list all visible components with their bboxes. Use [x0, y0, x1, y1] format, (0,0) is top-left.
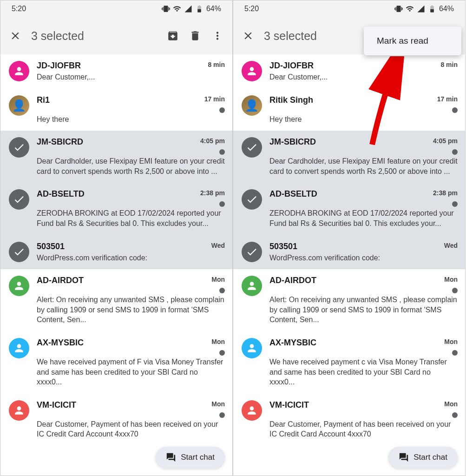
avatar — [9, 338, 29, 358]
conversation-item[interactable]: AD-AIRDOTMonAlert: On receiving any unwa… — [233, 269, 465, 331]
avatar — [9, 61, 29, 81]
conversation-item[interactable]: AD-BSELTD2:38 pmZERODHA BROKING at EOD 1… — [233, 183, 465, 235]
vibrate-icon — [162, 5, 170, 13]
conversation-preview: Dear Customer, Payment of has been recei… — [37, 419, 225, 439]
start-chat-button[interactable]: Start chat — [156, 447, 225, 468]
selected-check-icon — [242, 242, 262, 262]
archive-icon[interactable] — [166, 29, 179, 42]
unread-indicator — [452, 350, 458, 356]
status-time: 5:20 — [244, 5, 259, 13]
unread-indicator — [219, 288, 225, 293]
conversation-time: Mon — [444, 400, 458, 408]
conversation-sender: AX-MYSBIC — [37, 338, 84, 348]
selected-check-icon — [9, 189, 29, 210]
conversation-item[interactable]: VM-ICICITMonDear Customer, Payment of ha… — [0, 394, 232, 446]
conversation-item[interactable]: 503501WedWordPress.com verification code… — [0, 235, 232, 270]
avatar — [242, 95, 262, 116]
conversation-sender: JD-JIOFBR — [37, 61, 81, 71]
conversation-time: 4:05 pm — [200, 137, 225, 145]
conversation-preview: Hey there — [37, 114, 225, 125]
conversation-item[interactable]: JM-SBICRD4:05 pmDear Cardholder, use Fle… — [233, 131, 465, 183]
conversation-item[interactable]: Ri117 minHey there — [0, 89, 232, 131]
wifi-icon — [173, 5, 181, 13]
wifi-icon — [406, 5, 414, 13]
battery-icon — [428, 5, 436, 13]
menu-mark-as-read[interactable]: Mark as read — [377, 36, 448, 46]
screen-right: 5:20 64% 3 selected Mark as read JD-JIOF… — [233, 0, 466, 476]
selection-count: 3 selected — [31, 29, 157, 43]
unread-indicator — [452, 107, 458, 113]
start-chat-button[interactable]: Start chat — [388, 447, 458, 468]
signal-icon — [417, 5, 425, 13]
status-right: 64% — [394, 5, 454, 13]
conversation-sender: VM-ICICIT — [269, 400, 309, 410]
conversation-sender: AD-BSELTD — [269, 189, 317, 199]
conversation-item[interactable]: JD-JIOFBR8 minDear Customer,... — [233, 54, 465, 89]
conversation-item[interactable]: JM-SBICRD4:05 pmDear Cardholder, use Fle… — [0, 131, 232, 183]
unread-indicator — [219, 201, 225, 207]
conversation-item[interactable]: AD-BSELTD2:38 pmZERODHA BROKING at EOD 1… — [0, 183, 232, 235]
conversation-preview: WordPress.com verification code: — [37, 253, 225, 263]
status-bar: 5:20 64% — [233, 0, 465, 17]
conversation-time: 2:38 pm — [200, 189, 225, 197]
conversation-list[interactable]: JD-JIOFBR8 minDear Customer,...Ri117 min… — [0, 54, 232, 446]
conversation-preview: Alert: On receiving any unwanted SMS , p… — [269, 295, 458, 325]
conversation-preview: We have received payment of F via Visa M… — [37, 357, 225, 387]
overflow-icon[interactable] — [211, 29, 224, 42]
avatar — [9, 400, 29, 421]
conversation-item[interactable]: AX-MYSBICMonWe have received payment of … — [0, 331, 232, 394]
status-time: 5:20 — [12, 5, 26, 13]
conversation-time: Mon — [211, 400, 225, 408]
conversation-preview: ZERODHA BROKING at EOD 17/02/2024 report… — [37, 208, 225, 228]
annotation-arrow — [363, 56, 405, 149]
conversation-preview: Alert: On receiving any unwanted SMS , p… — [37, 295, 225, 325]
conversation-sender: AD-AIRDOT — [37, 276, 84, 285]
conversation-time: Mon — [211, 338, 225, 345]
conversation-item[interactable]: AD-AIRDOTMonAlert: On receiving any unwa… — [0, 269, 232, 331]
conversation-sender: AD-BSELTD — [37, 189, 85, 199]
conversation-preview: WordPress.com verification code: — [269, 253, 458, 263]
close-icon[interactable] — [9, 29, 22, 42]
conversation-item[interactable]: JD-JIOFBR8 minDear Customer,... — [0, 54, 232, 89]
unread-indicator — [219, 412, 225, 418]
conversation-time: 4:05 pm — [433, 137, 458, 145]
unread-indicator — [219, 107, 225, 113]
conversation-sender: JM-SBICRD — [269, 137, 316, 147]
vibrate-icon — [394, 5, 403, 13]
fab-label: Start chat — [413, 453, 447, 462]
conversation-time: Mon — [444, 338, 458, 345]
selected-check-icon — [9, 137, 29, 158]
conversation-item[interactable]: Ritik Singh17 minHey there — [233, 89, 465, 131]
unread-indicator — [219, 350, 225, 356]
fab-label: Start chat — [181, 453, 215, 462]
conversation-sender: JD-JIOFBR — [269, 61, 314, 71]
avatar — [9, 95, 29, 116]
screen-left: 5:20 64% 3 selected JD-JIOFBR8 minDear C… — [0, 0, 233, 476]
conversation-sender: AD-AIRDOT — [269, 276, 316, 285]
conversation-time: 17 min — [437, 95, 458, 103]
close-icon[interactable] — [242, 29, 255, 42]
selection-header: 3 selected — [0, 17, 232, 54]
unread-indicator — [452, 288, 458, 293]
avatar — [9, 276, 29, 296]
conversation-item[interactable]: VM-ICICITMonDear Customer, Payment of ha… — [233, 394, 465, 446]
delete-icon[interactable] — [189, 29, 202, 42]
avatar — [242, 338, 262, 358]
status-bar: 5:20 64% — [0, 0, 232, 17]
conversation-time: Wed — [444, 242, 458, 249]
conversation-sender: JM-SBICRD — [37, 137, 83, 147]
conversation-item[interactable]: AX-MYSBICMonWe have received payment c v… — [233, 331, 465, 394]
battery-text: 64% — [439, 5, 454, 13]
conversation-time: 8 min — [208, 61, 225, 68]
conversation-item[interactable]: 503501WedWordPress.com verification code… — [233, 235, 465, 270]
overflow-menu: Mark as read — [364, 26, 461, 55]
selected-check-icon — [9, 242, 29, 262]
conversation-sender: 503501 — [269, 242, 297, 251]
status-right: 64% — [162, 5, 221, 13]
conversation-sender: VM-ICICIT — [37, 400, 76, 410]
conversation-preview: Dear Cardholder, use Flexipay EMI featur… — [269, 156, 458, 176]
avatar — [242, 400, 262, 421]
signal-icon — [184, 5, 192, 13]
conversation-list[interactable]: JD-JIOFBR8 minDear Customer,...Ritik Sin… — [233, 54, 465, 446]
conversation-preview: ZERODHA BROKING at EOD 17/02/2024 report… — [269, 208, 458, 228]
